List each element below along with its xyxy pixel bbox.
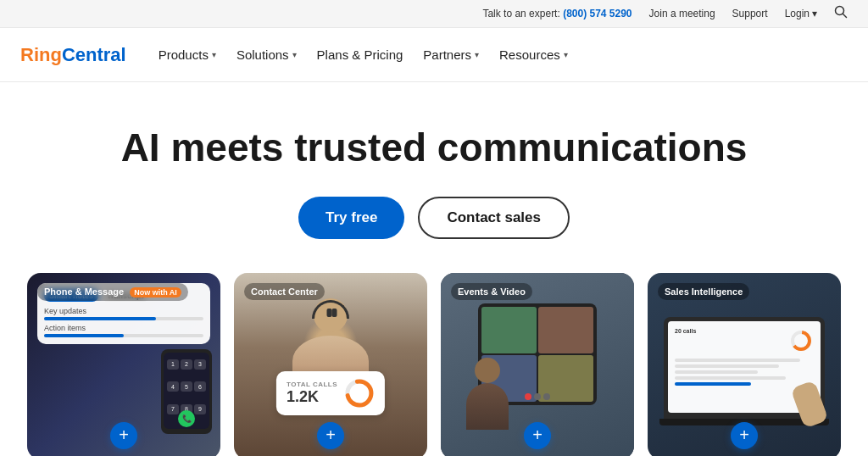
card-expand-button-events[interactable]: + — [524, 422, 551, 449]
cam-indicator — [543, 393, 550, 400]
dash-row-2 — [675, 364, 779, 368]
ai-badge: Now with AI — [130, 287, 181, 298]
video-tile-1 — [481, 307, 537, 353]
search-icon — [834, 5, 848, 19]
card-label-events: Events & Video — [451, 283, 532, 300]
hand — [790, 380, 828, 428]
hero-buttons: Try free Contact sales — [20, 197, 848, 239]
card-rows: Key updates Action items — [44, 307, 203, 337]
login-button[interactable]: Login ▾ — [785, 8, 817, 19]
card-expand-button-sales[interactable]: + — [731, 422, 758, 449]
phone-key-1: 1 — [167, 359, 179, 370]
stats-text: TOTAL CALLS 1.2K — [287, 381, 337, 406]
logo-central: Central — [62, 44, 126, 65]
phone-mockup: 1 2 3 4 5 6 7 8 9 📞 — [161, 349, 212, 434]
phone-key-2: 2 — [181, 359, 192, 370]
card-events-video[interactable]: Events & Video + — [441, 273, 634, 456]
call-button[interactable]: 📞 — [178, 410, 195, 427]
login-label: Login — [785, 8, 810, 19]
hero-section: AI meets trusted communications Try free… — [0, 82, 868, 273]
search-button[interactable] — [834, 5, 848, 22]
card-expand-button-contact[interactable]: + — [317, 422, 344, 449]
nav-label-plans: Plans & Pricing — [317, 47, 403, 62]
chevron-down-icon: ▾ — [564, 50, 568, 59]
person-hands — [797, 383, 831, 434]
stats-label: TOTAL CALLS — [287, 381, 337, 388]
stats-card: TOTAL CALLS 1.2K — [276, 371, 385, 415]
nav-items: Products ▾ Solutions ▾ Plans & Pricing P… — [150, 41, 576, 69]
card-contact-center[interactable]: Contact Center TOTAL CALLS 1.2K + — [234, 273, 427, 456]
logo-ring: Ring — [20, 44, 62, 65]
mute-indicator — [534, 393, 541, 400]
person-silhouette — [292, 298, 369, 375]
card-label-sales: Sales Intelligence — [658, 283, 749, 300]
nav-label-solutions: Solutions — [236, 47, 289, 62]
card-expand-button-phone[interactable]: + — [110, 422, 137, 449]
nav-item-products[interactable]: Products ▾ — [150, 41, 225, 69]
phone-key-5: 5 — [181, 381, 192, 392]
nav-item-partners[interactable]: Partners ▾ — [415, 41, 487, 69]
dash-row-4 — [675, 376, 786, 380]
record-indicator — [525, 393, 531, 400]
chevron-down-icon: ▾ — [212, 50, 216, 59]
dash-row-1 — [675, 359, 800, 362]
card-label-phone: Phone & Message Now with AI — [37, 283, 188, 301]
nav-label-products: Products — [159, 47, 209, 62]
nav-label-partners: Partners — [423, 47, 471, 62]
headset-right-ear — [332, 309, 337, 317]
nav-item-plans[interactable]: Plans & Pricing — [309, 41, 412, 69]
dash-row-3 — [675, 370, 758, 374]
contact-sales-button[interactable]: Contact sales — [418, 197, 570, 239]
video-tile-2 — [538, 307, 593, 353]
card-phone-message[interactable]: Smart notes Transcript Key updates Actio… — [27, 273, 220, 456]
phone-key-6: 6 — [194, 381, 206, 392]
phone-key-3: 3 — [194, 359, 206, 370]
phone-key-4: 4 — [167, 381, 179, 392]
join-meeting-link[interactable]: Join a meeting — [649, 8, 715, 19]
svg-line-1 — [843, 14, 847, 18]
person-body-ev — [466, 383, 509, 430]
nav-item-solutions[interactable]: Solutions ▾ — [228, 41, 305, 69]
logo[interactable]: RingCentral — [20, 44, 126, 66]
row-key-updates: Key updates — [44, 307, 203, 320]
dash-row-5 — [675, 382, 751, 386]
utility-bar: Talk to an expert: (800) 574 5290 Join a… — [0, 0, 868, 28]
hero-headline: AI meets trusted communications — [20, 126, 848, 170]
donut-chart — [344, 378, 375, 409]
support-link[interactable]: Support — [732, 8, 768, 19]
chevron-down-icon: ▾ — [812, 8, 817, 19]
chevron-down-icon: ▾ — [475, 50, 479, 59]
product-cards: Smart notes Transcript Key updates Actio… — [0, 273, 868, 456]
video-controls — [525, 393, 550, 400]
nav-item-resources[interactable]: Resources ▾ — [491, 41, 576, 69]
talk-expert-label: Talk to an expert: — [482, 8, 559, 19]
person-head-ev — [475, 358, 500, 383]
stats-value: 1.2K — [287, 388, 337, 406]
phone-key-7: 7 — [167, 404, 179, 414]
dashboard-header: 20 calls — [675, 328, 814, 353]
try-free-button[interactable]: Try free — [298, 197, 404, 239]
mini-donut — [788, 328, 814, 353]
card-label-contact: Contact Center — [244, 283, 325, 300]
person-behind — [466, 358, 509, 425]
main-nav: RingCentral Products ▾ Solutions ▾ Plans… — [0, 28, 868, 82]
card-sales-intelligence[interactable]: 20 calls — [648, 273, 841, 456]
phone-number[interactable]: (800) 574 5290 — [563, 8, 632, 19]
chevron-down-icon: ▾ — [292, 50, 297, 59]
row-action-items: Action items — [44, 324, 203, 337]
nav-label-resources: Resources — [499, 47, 560, 62]
phone-key-9: 9 — [194, 404, 206, 414]
talk-to-expert-text: Talk to an expert: (800) 574 5290 — [482, 8, 632, 19]
